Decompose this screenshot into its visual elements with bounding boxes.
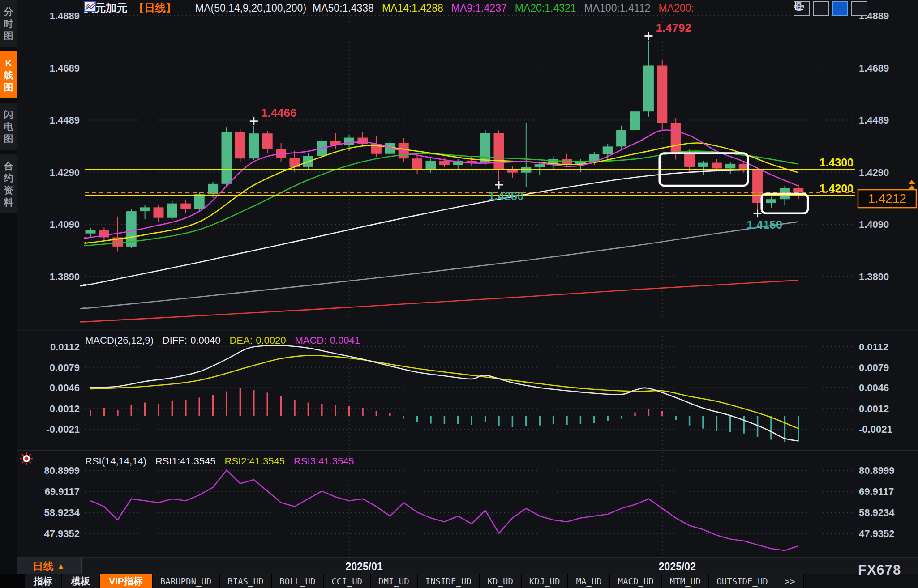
- svg-text:1.4489: 1.4489: [859, 115, 889, 126]
- macd-pane-title: MACD(26,12,9) DIFF:-0.0040 DEA:-0.0020 M…: [85, 335, 360, 346]
- tab-BOLL_UD[interactable]: BOLL_UD: [272, 574, 324, 588]
- period-tag[interactable]: 【日线】: [133, 1, 176, 15]
- macd-settings-label: MACD(26,12,9): [85, 335, 154, 346]
- svg-text:-0.0021: -0.0021: [46, 424, 80, 435]
- svg-text:0.0012: 0.0012: [50, 403, 80, 414]
- svg-text:1.4290: 1.4290: [50, 167, 80, 178]
- svg-text:-0.0021: -0.0021: [859, 424, 892, 435]
- svg-text:1.4689: 1.4689: [50, 63, 80, 74]
- tab-指标[interactable]: 指标: [25, 574, 62, 588]
- ma-value-label: MA9:1.4237: [451, 2, 507, 14]
- tab-BIAS_UD[interactable]: BIAS_UD: [220, 574, 272, 588]
- tab-MTM_UD[interactable]: MTM_UD: [662, 574, 709, 588]
- tab-模板[interactable]: 模板: [62, 574, 100, 588]
- svg-text:1.4150: 1.4150: [747, 218, 783, 231]
- chart-axes-icon[interactable]: [813, 1, 829, 16]
- svg-text:0.0079: 0.0079: [50, 362, 80, 373]
- month-label: 2025/01: [346, 561, 383, 573]
- tab-CCI_UD[interactable]: CCI_UD: [324, 574, 371, 588]
- tab--[interactable]: >>: [776, 574, 804, 588]
- rsi3-value: RSI3:41.3545: [294, 456, 354, 467]
- svg-text:1.3890: 1.3890: [50, 271, 80, 282]
- ma-value-label: MA20:1.4321: [515, 2, 576, 14]
- svg-text:1.4489: 1.4489: [50, 115, 80, 126]
- triangle-up-icon: ▲: [57, 562, 65, 571]
- tab-MA_UD[interactable]: MA_UD: [568, 574, 610, 588]
- svg-text:0.0112: 0.0112: [859, 341, 888, 353]
- svg-text:1.4260: 1.4260: [488, 189, 524, 203]
- rsi2-value: RSI2:41.3545: [225, 456, 285, 467]
- svg-text:1.4212: 1.4212: [868, 192, 906, 205]
- tabbar-stub: [0, 574, 25, 588]
- svg-text:1.4792: 1.4792: [656, 21, 691, 34]
- svg-text:58.9234: 58.9234: [859, 507, 895, 518]
- tab-DMI_UD[interactable]: DMI_UD: [371, 574, 418, 588]
- trading-app: 1.48891.48891.46891.46891.44891.44891.42…: [0, 0, 918, 588]
- period-selector-button[interactable]: 日线 ▲: [17, 558, 82, 575]
- tab-INSIDE_UD[interactable]: INSIDE_UD: [418, 574, 480, 588]
- macd-diff-value: DIFF:-0.0040: [163, 335, 221, 346]
- indicator-tab-bar: 指标模板VIP指标BARUPDN_UDBIAS_UDBOLL_UDCCI_UDD…: [0, 574, 918, 588]
- svg-text:58.9234: 58.9234: [44, 507, 80, 518]
- svg-text:0.0112: 0.0112: [50, 341, 80, 353]
- svg-text:1.4689: 1.4689: [859, 63, 889, 74]
- rsi-settings-label: RSI(14,14,14): [85, 456, 146, 467]
- svg-text:47.9352: 47.9352: [859, 528, 895, 539]
- svg-text:69.9117: 69.9117: [45, 486, 80, 497]
- watermark: FX678: [858, 562, 901, 578]
- svg-text:1.4300: 1.4300: [819, 156, 854, 169]
- price-chart-canvas[interactable]: 1.48891.48891.46891.46891.44891.44891.42…: [0, 0, 918, 588]
- rsi1-value: RSI1:41.3545: [155, 456, 216, 467]
- svg-text:1.4090: 1.4090: [859, 219, 889, 230]
- ma-values: MA50:1.4338MA14:1.4288MA9:1.4237MA20:1.4…: [313, 2, 702, 14]
- svg-text:0.0046: 0.0046: [50, 382, 80, 393]
- ma-value-label: MA14:1.4288: [382, 2, 443, 14]
- time-axis-row: 日线 ▲ 2025/012025/02: [17, 558, 918, 575]
- ma-settings-label: MA(50,14,9,20,100,200): [195, 2, 306, 14]
- svg-text:0.0046: 0.0046: [859, 382, 889, 393]
- tab-BARUPDN_UD[interactable]: BARUPDN_UD: [153, 574, 220, 588]
- tab-MACD_UD[interactable]: MACD_UD: [610, 574, 662, 588]
- chart-type-sidebar: 分时图K线图闪电图合约资料: [0, 0, 17, 588]
- sidebar-item-2[interactable]: 闪电图: [0, 103, 17, 150]
- ma-value-label: MA100:1.4112: [584, 2, 651, 14]
- tab-VIP指标[interactable]: VIP指标: [100, 574, 153, 588]
- tab-KDJ_UD[interactable]: KDJ_UD: [522, 574, 569, 588]
- sidebar-item-1[interactable]: K线图: [0, 51, 17, 98]
- svg-text:47.9352: 47.9352: [44, 528, 80, 539]
- svg-text:69.9117: 69.9117: [859, 486, 894, 497]
- macd-macd-value: MACD:-0.0041: [295, 335, 360, 346]
- rsi-pane-title: RSI(14,14,14) RSI1:41.3545 RSI2:41.3545 …: [85, 456, 354, 467]
- month-label: 2025/02: [659, 561, 696, 573]
- svg-text:80.8999: 80.8999: [859, 465, 895, 476]
- exit-panel-icon[interactable]: [851, 1, 867, 16]
- chart-header: 美元加元 【日线】 MA(50,14,9,20,100,200) MA50:1.…: [84, 1, 702, 15]
- svg-text:1.4090: 1.4090: [50, 219, 80, 230]
- chart-pointer-icon[interactable]: [832, 1, 848, 16]
- chart-toolbar: [794, 1, 867, 16]
- ma-value-label: MA200:: [658, 2, 694, 14]
- sidebar-item-0[interactable]: 分时图: [0, 0, 17, 47]
- svg-text:0.0079: 0.0079: [859, 362, 889, 373]
- svg-text:1.4889: 1.4889: [50, 10, 80, 21]
- svg-text:1.4290: 1.4290: [859, 167, 889, 178]
- ma-value-label: MA50:1.4338: [313, 2, 374, 14]
- period-label: 日线: [33, 559, 54, 573]
- svg-text:1.4466: 1.4466: [261, 106, 297, 119]
- svg-text:0.0012: 0.0012: [859, 403, 889, 414]
- tab-KD_UD[interactable]: KD_UD: [480, 574, 522, 588]
- macd-dea-value: DEA:-0.0020: [229, 335, 286, 346]
- tab-OUTSIDE_UD[interactable]: OUTSIDE_UD: [709, 574, 776, 588]
- svg-text:80.8999: 80.8999: [44, 465, 80, 476]
- sidebar-item-3[interactable]: 合约资料: [0, 154, 17, 213]
- svg-text:1.3890: 1.3890: [859, 271, 889, 282]
